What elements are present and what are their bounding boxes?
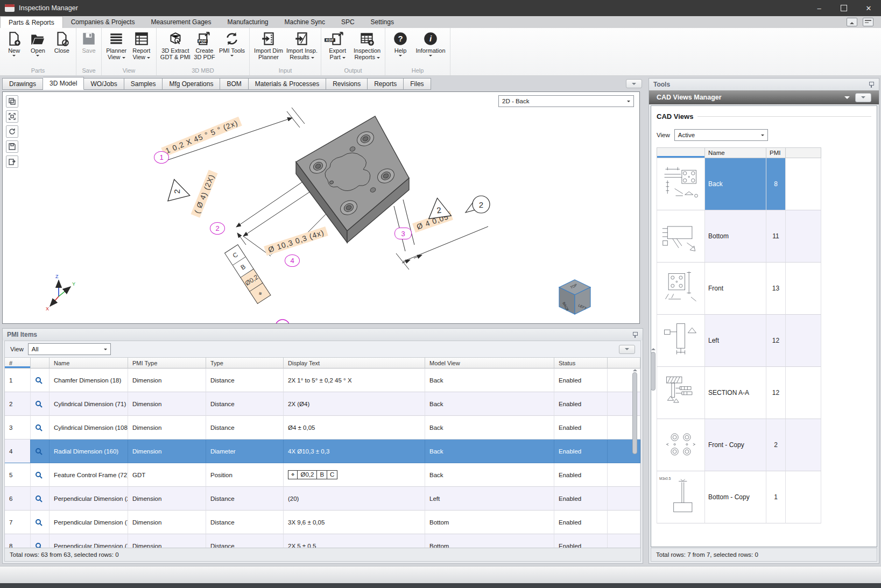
menu-tab-parts-reports[interactable]: Parts & Reports (0, 16, 63, 28)
col-name[interactable]: Name (705, 147, 766, 158)
tab-wo-jobs[interactable]: WO/Jobs (84, 78, 124, 90)
chevron-down-icon[interactable] (844, 96, 850, 99)
inspection-reports-button[interactable]: Inspection Reports (351, 30, 383, 60)
cad-view-row-front-copy[interactable]: Front - Copy 2 (657, 419, 871, 471)
feedback-icon[interactable] (863, 18, 873, 26)
save-button[interactable]: Save (79, 30, 99, 54)
menu-tab-companies-projects[interactable]: Companies & Projects (63, 16, 143, 28)
scrollbar-thumb[interactable] (632, 372, 637, 454)
menu-tab-settings[interactable]: Settings (363, 16, 402, 28)
information-button[interactable]: i Information (413, 30, 448, 56)
menu-tab-spc[interactable]: SPC (333, 16, 363, 28)
pmi-tools-button[interactable]: PMI Tools (217, 30, 247, 56)
tab-mfg-operations[interactable]: Mfg Operations (163, 78, 220, 90)
pin-icon[interactable] (868, 81, 875, 88)
col-zoom[interactable] (31, 358, 50, 369)
cad-view-row-bottom-copy[interactable]: M3x0.5 Bottom - Copy 1 (657, 471, 871, 523)
report-view-button[interactable]: Report View (129, 30, 154, 60)
cad-views-manager-bar[interactable]: CAD Views Manager (649, 90, 879, 104)
tab-bom[interactable]: BOM (220, 78, 248, 90)
extract-gdt-pmi-button[interactable]: 3D Extract GDT & PMI (159, 30, 192, 60)
magnifier-icon[interactable] (31, 392, 50, 416)
col-model-view[interactable]: Model View (425, 358, 554, 369)
balloon-4[interactable]: 4 (285, 254, 300, 267)
tab-files[interactable]: Files (404, 78, 431, 90)
pmi-view-dropdown[interactable]: All (28, 343, 111, 355)
view-selector-dropdown[interactable]: 2D - Back (498, 95, 634, 107)
pmi-table-scrollbar[interactable] (632, 369, 638, 550)
menu-tab-measurement-gages[interactable]: Measurement Gages (143, 16, 219, 28)
view-label: View (657, 132, 670, 138)
import-dim-planner-button[interactable]: Import Dim Planner (252, 30, 285, 60)
cad-views-dropdown[interactable]: Active (674, 129, 768, 141)
col-name[interactable]: Name (50, 358, 128, 369)
save-view-button[interactable] (6, 140, 18, 153)
table-row[interactable]: 1 Chamfer Dimension (18)DimensionDistanc… (5, 369, 640, 392)
3d-viewport[interactable]: Z Y X TOP BACK LEFT 1 0,2 X 45 ° 5 ° (2x… (2, 91, 640, 324)
col-num[interactable]: # (5, 358, 31, 369)
col-display-text[interactable]: Display Text (284, 358, 425, 369)
close-button-ribbon[interactable]: Close (50, 30, 74, 54)
tab-materials-processes[interactable]: Materials & Processes (249, 78, 326, 90)
export-part-button[interactable]: XDF Export Part (323, 30, 351, 60)
magnifier-icon[interactable] (31, 369, 50, 392)
table-row[interactable]: 7 Perpendicular Dimension (75)DimensionD… (5, 511, 640, 534)
new-button[interactable]: New (2, 30, 26, 56)
balloon-3[interactable]: 3 (394, 228, 412, 239)
cad-views-scrollbar[interactable] (650, 348, 656, 456)
collapse-pmi-button[interactable] (619, 345, 635, 354)
tab-drawings[interactable]: Drawings (2, 78, 43, 90)
help-button[interactable]: ? Help (387, 30, 413, 56)
rotate-view-button[interactable] (6, 125, 18, 138)
menu-tab-manufacturing[interactable]: Manufacturing (219, 16, 276, 28)
col-type[interactable]: Type (206, 358, 284, 369)
planner-view-button[interactable]: Planner View (104, 30, 129, 60)
table-row[interactable]: 5 Feature Control Frame (72)GDTPosition … (5, 463, 640, 487)
table-row[interactable]: 2 Cylindrical Dimension (71)DimensionDis… (5, 392, 640, 416)
cad-scene: Z Y X TOP BACK LEFT (3, 92, 639, 323)
leader-balloon-2[interactable]: 2 (463, 194, 492, 217)
collapse-manager-button[interactable] (855, 93, 871, 102)
cad-view-row-back[interactable]: Back 8 (657, 158, 871, 210)
fit-view-button[interactable] (6, 110, 18, 123)
import-insp-results-button[interactable]: Import Insp. Results (285, 30, 319, 60)
table-row[interactable]: 6 Perpendicular Dimension (20)DimensionD… (5, 487, 640, 511)
scroll-up-icon[interactable] (651, 348, 656, 350)
capture-view-button[interactable] (6, 95, 18, 108)
col-pmi[interactable]: PMI (766, 147, 786, 158)
table-row-selected[interactable]: 4 Radial Dimension (160)DimensionDiamete… (5, 440, 640, 463)
collapse-ribbon-icon[interactable] (847, 18, 857, 26)
maximize-button[interactable] (831, 0, 856, 16)
tab-revisions[interactable]: Revisions (326, 78, 368, 90)
scrollbar-thumb[interactable] (651, 352, 656, 391)
menu-tab-machine-sync[interactable]: Machine Sync (277, 16, 333, 28)
cad-view-row-bottom[interactable]: Bottom 11 (657, 210, 871, 263)
col-status[interactable]: Status (554, 358, 608, 369)
col-thumbnail[interactable] (657, 147, 705, 158)
datum-flag-right[interactable]: 2 (425, 195, 452, 220)
table-row[interactable]: 3 Cylindrical Dimension (108)DimensionDi… (5, 416, 640, 440)
export-image-button[interactable] (6, 155, 18, 168)
magnifier-icon[interactable] (31, 487, 50, 511)
balloon-2[interactable]: 2 (210, 222, 225, 235)
cad-view-row-front[interactable]: Front 13 (657, 263, 871, 315)
tab-3d-model[interactable]: 3D Model (43, 77, 84, 90)
cad-view-row-left[interactable]: Left 12 (657, 315, 871, 367)
pin-icon[interactable] (632, 331, 638, 338)
collapse-viewport-button[interactable] (626, 79, 642, 88)
close-button[interactable]: ✕ (856, 0, 881, 16)
create-3d-pdf-button[interactable]: PDF Create 3D PDF (192, 30, 217, 60)
magnifier-icon[interactable] (31, 440, 50, 463)
balloon-1[interactable]: 1 (154, 151, 169, 164)
open-button[interactable]: Open (26, 30, 50, 56)
pmi-table-body: 1 Chamfer Dimension (18)DimensionDistanc… (5, 369, 640, 550)
cad-view-row-section[interactable]: SECTION A-A 12 (657, 367, 871, 419)
col-pmi-type[interactable]: PMI Type (128, 358, 206, 369)
magnifier-icon[interactable] (31, 511, 50, 534)
minimize-button[interactable]: – (807, 0, 831, 16)
tab-reports[interactable]: Reports (368, 78, 404, 90)
magnifier-icon[interactable] (31, 463, 50, 487)
tab-samples[interactable]: Samples (124, 78, 163, 90)
scroll-up-icon[interactable] (633, 369, 637, 371)
magnifier-icon[interactable] (31, 416, 50, 440)
